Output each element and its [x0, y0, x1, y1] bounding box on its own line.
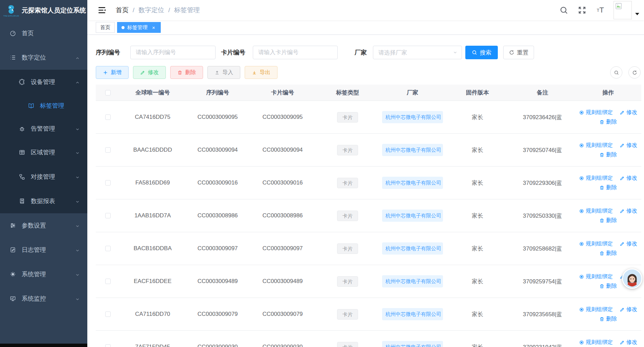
table-toolbar: 新增 修改 删除 导入 导出	[96, 66, 641, 79]
sidebar-item-parameter-settings[interactable]: 参数设置	[0, 213, 87, 238]
toggle-search-button[interactable]	[610, 66, 622, 79]
modify-button[interactable]: 修改	[133, 66, 166, 79]
app-title: 元探索馆人员定位系统	[22, 6, 86, 15]
logo-row: THE EXPLORIUM 元探索馆人员定位系统	[0, 0, 87, 21]
cell-firmware: 家长	[445, 179, 510, 187]
sidebar-item-integration-management[interactable]: 对接管理	[0, 165, 87, 189]
font-size-icon[interactable]: TT	[596, 6, 605, 15]
row-checkbox[interactable]	[105, 213, 111, 218]
cell-type: 卡片	[315, 276, 380, 287]
trash-icon	[599, 120, 604, 125]
rule-group-bind-link[interactable]: 规则组绑定	[579, 142, 613, 149]
sidebar-item-tag-management[interactable]: 标签管理	[0, 94, 87, 117]
breadcrumb-digital-positioning[interactable]: 数字定位	[138, 6, 164, 15]
type-badge: 卡片	[337, 178, 358, 188]
breadcrumb-home[interactable]: 首页	[116, 6, 129, 15]
row-checkbox[interactable]	[105, 311, 111, 317]
search-button[interactable]: 搜索	[465, 46, 498, 59]
chevron-down-icon	[75, 199, 80, 203]
sidebar-scrollbar[interactable]	[0, 344, 87, 347]
edit-row-link[interactable]: 修改	[620, 306, 637, 313]
sidebar-item-data-reports[interactable]: 数据报表	[0, 189, 87, 213]
table-body: CA7416DD75 CC0003009095 CC0003009095 卡片 …	[96, 101, 641, 347]
app-root: THE EXPLORIUM 元探索馆人员定位系统 首页 数字定位 设备管理	[0, 0, 644, 347]
sidebar-item-log-management[interactable]: 日志管理	[0, 238, 87, 262]
row-checkbox[interactable]	[105, 246, 111, 251]
rule-group-icon	[579, 110, 584, 115]
sidebar-collapse-icon[interactable]	[97, 6, 106, 15]
sidebar-item-home[interactable]: 首页	[0, 21, 87, 45]
edit-row-link[interactable]: 修改	[620, 142, 637, 149]
type-badge: 卡片	[337, 112, 358, 123]
sidebar-item-system-monitor[interactable]: 系统监控	[0, 286, 87, 311]
plus-icon	[103, 70, 108, 75]
fullscreen-icon[interactable]	[578, 6, 586, 15]
rule-group-bind-link[interactable]: 规则组绑定	[579, 273, 613, 280]
rule-group-bind-link[interactable]: 规则组绑定	[579, 109, 613, 116]
delete-row-link[interactable]: 删除	[599, 250, 617, 257]
delete-row-link[interactable]: 删除	[599, 118, 617, 126]
delete-row-link[interactable]: 删除	[599, 151, 617, 158]
card-number-input[interactable]	[253, 46, 338, 59]
trash-icon	[599, 317, 604, 322]
delete-button[interactable]: 删除	[170, 66, 203, 79]
rule-group-bind-link[interactable]: 规则组绑定	[579, 208, 613, 215]
tab-tag-management[interactable]: 标签管理 ×	[117, 22, 161, 33]
sidebar-item-digital-positioning[interactable]: 数字定位	[0, 45, 87, 70]
cell-type: 卡片	[315, 243, 380, 254]
edit-row-link[interactable]: 修改	[620, 175, 637, 182]
row-checkbox[interactable]	[105, 344, 111, 347]
rule-group-icon	[579, 274, 584, 279]
cell-remark: 3709235658|蓝	[510, 310, 575, 318]
row-checkbox[interactable]	[105, 147, 111, 153]
sidebar-item-alarm-management[interactable]: 告警管理	[0, 117, 87, 140]
trash-icon	[599, 185, 604, 190]
cell-card: CC0003009016	[250, 179, 315, 186]
import-button[interactable]: 导入	[207, 66, 240, 79]
delete-row-link[interactable]: 删除	[599, 316, 617, 323]
sidebar-item-device-management[interactable]: 设备管理	[0, 70, 87, 94]
edit-row-link[interactable]: 修改	[620, 240, 637, 247]
sidebar-item-system-management[interactable]: 系统管理	[0, 262, 87, 286]
cell-remark: 3709250746|蓝	[510, 146, 575, 154]
search-icon[interactable]	[559, 6, 568, 15]
refresh-table-button[interactable]	[628, 66, 641, 79]
avatar[interactable]	[614, 1, 632, 19]
select-all-checkbox[interactable]	[105, 90, 111, 95]
row-checkbox[interactable]	[105, 279, 111, 284]
edit-row-link[interactable]: 修改	[620, 208, 637, 215]
cell-actions: 规则组绑定 修改 删除	[575, 339, 641, 347]
row-checkbox[interactable]	[105, 114, 111, 120]
cell-firmware: 家长	[445, 113, 510, 121]
reset-button[interactable]: 重置	[503, 46, 534, 59]
user-menu-caret-icon[interactable]	[635, 13, 639, 15]
edit-row-link[interactable]: 修改	[620, 109, 637, 116]
assistant-avatar[interactable]	[622, 268, 642, 289]
vendor-tag: 杭州中芯微电子有限公司	[382, 144, 443, 156]
serial-number-label: 序列编号	[96, 48, 120, 57]
tab-home[interactable]: 首页	[96, 22, 115, 33]
open-book-icon	[28, 102, 35, 109]
rule-group-bind-link[interactable]: 规则组绑定	[579, 339, 613, 346]
table-row: CA7416DD75 CC0003009095 CC0003009095 卡片 …	[96, 101, 641, 134]
delete-row-link[interactable]: 删除	[599, 184, 617, 191]
row-checkbox[interactable]	[105, 180, 111, 186]
main-content: 序列编号 卡片编号 厂家 请选择厂家 搜索 重置	[87, 35, 644, 347]
table-row: 7AF715DD45 CC0003009030 CC0003009030 卡片 …	[96, 331, 641, 347]
rule-group-bind-link[interactable]: 规则组绑定	[579, 240, 613, 247]
serial-number-input[interactable]	[130, 46, 216, 59]
cell-vendor: 杭州中芯微电子有限公司	[380, 177, 445, 189]
column-header-firmware: 固件版本	[445, 89, 510, 96]
sidebar-item-area-management[interactable]: 区域管理	[0, 140, 87, 165]
rule-group-icon	[579, 340, 584, 345]
add-button[interactable]: 新增	[96, 66, 129, 79]
rule-group-bind-link[interactable]: 规则组绑定	[579, 175, 613, 182]
vendor-select[interactable]: 请选择厂家	[373, 46, 462, 59]
export-button[interactable]: 导出	[245, 66, 277, 79]
delete-row-link[interactable]: 删除	[599, 217, 617, 224]
delete-row-link[interactable]: 删除	[599, 283, 617, 290]
edit-row-link[interactable]: 修改	[620, 339, 637, 346]
cell-remark: 3709231942|蓝	[510, 343, 575, 347]
rule-group-bind-link[interactable]: 规则组绑定	[579, 306, 613, 313]
tab-close-icon[interactable]: ×	[151, 25, 156, 30]
